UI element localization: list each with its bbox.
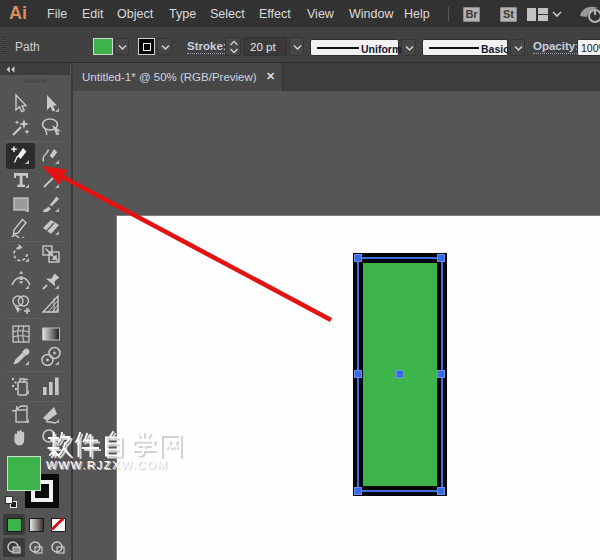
svg-text:WWW.RJZXW.COM: WWW.RJZXW.COM <box>46 459 168 471</box>
